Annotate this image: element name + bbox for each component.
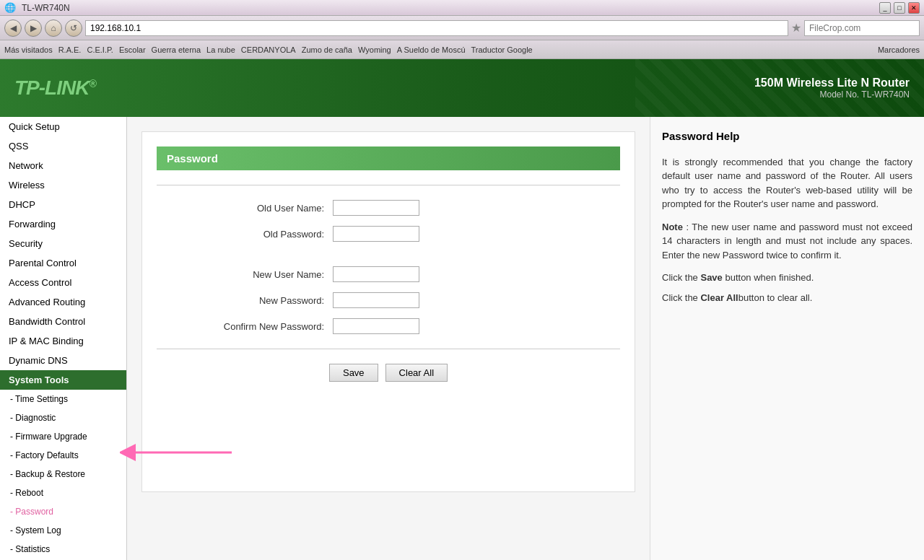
- sidebar-item-backup-restore[interactable]: - Backup & Restore: [0, 465, 126, 484]
- click-clear-prefix: Click the: [662, 292, 700, 303]
- help-click-save: Click the Save button when finished.: [662, 271, 912, 285]
- save-button[interactable]: Save: [329, 364, 378, 382]
- minimize-button[interactable]: _: [879, 2, 891, 14]
- sidebar-item-wireless[interactable]: Wireless: [0, 175, 126, 195]
- password-form: Old User Name: Old Password: New User Na…: [203, 200, 574, 334]
- logo-registered: ®: [89, 78, 95, 89]
- browser-title: TL-WR740N: [22, 3, 70, 13]
- new-username-label: New User Name:: [203, 269, 333, 280]
- save-bold: Save: [700, 272, 722, 283]
- sidebar-item-parental-control[interactable]: Parental Control: [0, 253, 126, 273]
- confirm-password-label: Confirm New Password:: [203, 321, 333, 332]
- help-note: Note : The new user name and password mu…: [662, 220, 912, 263]
- confirm-password-row: Confirm New Password:: [203, 318, 574, 334]
- old-password-input[interactable]: [333, 226, 419, 242]
- close-button[interactable]: ✕: [908, 2, 920, 14]
- forward-button[interactable]: ▶: [25, 19, 42, 37]
- help-title: Password Help: [662, 128, 912, 145]
- bookmark-sueldo[interactable]: A Sueldo de Moscú: [397, 45, 466, 54]
- sidebar-item-network[interactable]: Network: [0, 156, 126, 175]
- sidebar-item-security[interactable]: Security: [0, 234, 126, 253]
- page-title-bar: Password: [157, 146, 620, 170]
- bookmark-most-visited[interactable]: Más visitados: [4, 45, 53, 54]
- sidebar-item-quick-setup[interactable]: Quick Setup: [0, 117, 126, 136]
- content-wrapper: Password Old User Name: Old Password:: [127, 117, 924, 560]
- tp-link-logo: TP-LINK®: [14, 76, 96, 100]
- sidebar-item-qss[interactable]: QSS: [0, 136, 126, 156]
- bookmark-zumo[interactable]: Zumo de caña: [302, 45, 352, 54]
- maximize-button[interactable]: □: [894, 2, 905, 14]
- sidebar-item-firmware-upgrade[interactable]: - Firmware Upgrade: [0, 427, 126, 446]
- clear-all-button[interactable]: Clear All: [385, 364, 448, 382]
- bookmark-ceip[interactable]: C.E.I.P.: [87, 45, 113, 54]
- confirm-password-input[interactable]: [333, 318, 419, 334]
- separator-top: [157, 185, 620, 185]
- sidebar: Quick Setup QSS Network Wireless DHCP Fo…: [0, 117, 127, 560]
- old-username-label: Old User Name:: [203, 203, 333, 214]
- new-password-input[interactable]: [333, 292, 419, 308]
- bookmark-traductor[interactable]: Traductor Google: [471, 45, 533, 54]
- model-number: Model No. TL-WR740N: [754, 89, 910, 100]
- bookmark-wyoming[interactable]: Wyoming: [358, 45, 391, 54]
- sidebar-item-diagnostic[interactable]: - Diagnostic: [0, 408, 126, 427]
- bookmark-rae[interactable]: R.A.E.: [58, 45, 82, 54]
- sidebar-item-system-tools[interactable]: System Tools: [0, 370, 126, 390]
- sidebar-item-factory-defaults[interactable]: - Factory Defaults: [0, 446, 126, 465]
- form-buttons: Save Clear All: [157, 364, 620, 382]
- sidebar-item-bandwidth-control[interactable]: Bandwidth Control: [0, 312, 126, 331]
- help-paragraph1: It is strongly recommended that you chan…: [662, 155, 912, 211]
- router-body: Quick Setup QSS Network Wireless DHCP Fo…: [0, 117, 924, 560]
- old-password-label: Old Password:: [203, 229, 333, 240]
- sidebar-item-access-control[interactable]: Access Control: [0, 273, 126, 292]
- new-password-label: New Password:: [203, 295, 333, 306]
- click-clear-suffix: button to clear all.: [738, 292, 813, 303]
- new-username-row: New User Name:: [203, 266, 574, 282]
- sidebar-item-time-settings[interactable]: - Time Settings: [0, 390, 126, 408]
- bookmark-nube[interactable]: La nube: [206, 45, 235, 54]
- bookmark-marcadores[interactable]: Marcadores: [878, 45, 920, 54]
- page-title: Password: [167, 152, 218, 165]
- router-model-info: 150M Wireless Lite N Router Model No. TL…: [754, 76, 910, 100]
- main-content: Password Old User Name: Old Password:: [127, 117, 650, 560]
- router-ui: TP-LINK® 150M Wireless Lite N Router Mod…: [0, 59, 924, 560]
- browser-titlebar: 🌐 TL-WR740N _ □ ✕: [0, 0, 924, 16]
- sidebar-item-system-log[interactable]: - System Log: [0, 521, 126, 540]
- bookmark-guerra[interactable]: Guerra eterna: [152, 45, 201, 54]
- refresh-button[interactable]: ↺: [65, 19, 82, 37]
- sidebar-item-dhcp[interactable]: DHCP: [0, 195, 126, 214]
- sidebar-item-advanced-routing[interactable]: Advanced Routing: [0, 292, 126, 312]
- sidebar-item-forwarding[interactable]: Forwarding: [0, 214, 126, 234]
- click-save-suffix: button when finished.: [723, 272, 814, 283]
- bookmark-cerdanyola[interactable]: CERDANYOLA: [241, 45, 296, 54]
- note-bold: Note: [662, 222, 683, 232]
- sidebar-item-password[interactable]: - Password: [0, 502, 126, 521]
- help-click-clear: Click the Clear Allbutton to clear all.: [662, 291, 912, 305]
- star-icon[interactable]: ★: [791, 21, 801, 35]
- browser-favicon: 🌐: [4, 2, 16, 13]
- old-password-row: Old Password:: [203, 226, 574, 242]
- content-area: Password Old User Name: Old Password:: [141, 131, 635, 492]
- sidebar-item-dynamic-dns[interactable]: Dynamic DNS: [0, 351, 126, 370]
- new-password-row: New Password:: [203, 292, 574, 308]
- address-bar[interactable]: [85, 20, 788, 36]
- model-name: 150M Wireless Lite N Router: [754, 76, 910, 89]
- form-spacer: [203, 252, 574, 266]
- new-username-input[interactable]: [333, 266, 419, 282]
- router-header: TP-LINK® 150M Wireless Lite N Router Mod…: [0, 59, 924, 117]
- home-button[interactable]: ⌂: [45, 19, 62, 37]
- titlebar-controls: _ □ ✕: [879, 2, 920, 14]
- sidebar-item-reboot[interactable]: - Reboot: [0, 484, 126, 502]
- bookmarks-bar: Más visitados R.A.E. C.E.I.P. Escolar Gu…: [0, 40, 924, 59]
- search-bar[interactable]: [804, 20, 920, 36]
- back-button[interactable]: ◀: [4, 19, 22, 37]
- separator-bottom: [157, 349, 620, 349]
- clearall-bold: Clear All: [700, 292, 738, 303]
- browser-toolbar: ◀ ▶ ⌂ ↺ ★: [0, 16, 924, 40]
- sidebar-item-statistics[interactable]: - Statistics: [0, 540, 126, 559]
- bookmark-escolar[interactable]: Escolar: [119, 45, 146, 54]
- sidebar-item-ip-mac-binding[interactable]: IP & MAC Binding: [0, 331, 126, 351]
- note-text: : The new user name and password must no…: [662, 222, 912, 261]
- old-username-row: Old User Name:: [203, 200, 574, 216]
- click-save-prefix: Click the: [662, 272, 700, 283]
- old-username-input[interactable]: [333, 200, 419, 216]
